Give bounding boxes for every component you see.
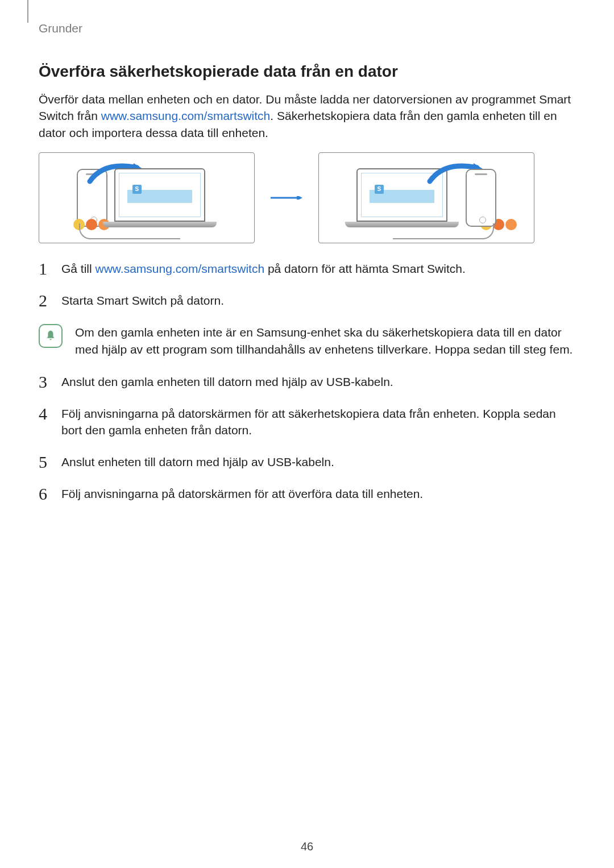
- step-number: 6: [39, 485, 50, 502]
- breadcrumb: Grunder: [39, 22, 82, 35]
- intro-paragraph: Överför data mellan enheten och en dator…: [39, 91, 575, 141]
- note-box: Om den gamla enheten inte är en Samsung-…: [39, 324, 575, 358]
- section-title: Överföra säkerhetskopierade data från en…: [39, 63, 575, 81]
- smartswitch-window-icon: S: [119, 173, 201, 217]
- step-number: 1: [39, 260, 50, 277]
- step-1-post: på datorn för att hämta Smart Switch.: [264, 262, 466, 275]
- step-3: 3 Anslut den gamla enheten till datorn m…: [39, 373, 575, 391]
- usb-cable-icon: [79, 223, 180, 239]
- diagram-panel-backup: S: [39, 152, 255, 243]
- step-text: Följ anvisningarna på datorskärmen för a…: [61, 485, 575, 502]
- note-text: Om den gamla enheten inte är en Samsung-…: [75, 324, 575, 358]
- header-rule: [27, 0, 28, 23]
- step-1: 1 Gå till www.samsung.com/smartswitch på…: [39, 260, 575, 277]
- usb-cable-icon: [393, 223, 494, 239]
- step-1-pre: Gå till: [61, 262, 96, 275]
- step-text: Följ anvisningarna på datorskärmen för a…: [61, 405, 575, 439]
- step-text: Anslut den gamla enheten till datorn med…: [61, 373, 575, 391]
- step-text: Starta Smart Switch på datorn.: [61, 292, 575, 309]
- step-6: 6 Följ anvisningarna på datorskärmen för…: [39, 485, 575, 502]
- diagram-panel-restore: S: [318, 152, 534, 243]
- page-number: 46: [0, 840, 614, 853]
- smartswitch-link[interactable]: www.samsung.com/smartswitch: [101, 109, 271, 122]
- step-text: Anslut enheten till datorn med hjälp av …: [61, 454, 575, 471]
- phone-new-icon: [466, 169, 496, 227]
- step-number: 5: [39, 454, 50, 471]
- note-bell-icon: [39, 324, 63, 348]
- step-number: 3: [39, 373, 50, 391]
- transfer-diagram: S S: [39, 152, 575, 243]
- step-number: 2: [39, 292, 50, 309]
- step-number: 4: [39, 405, 50, 439]
- smartswitch-link[interactable]: www.samsung.com/smartswitch: [96, 262, 265, 275]
- step-text: Gå till www.samsung.com/smartswitch på d…: [61, 260, 575, 277]
- arrow-right-icon: [271, 196, 302, 200]
- step-2: 2 Starta Smart Switch på datorn.: [39, 292, 575, 309]
- flower-icon: [505, 219, 517, 230]
- step-5: 5 Anslut enheten till datorn med hjälp a…: [39, 454, 575, 471]
- laptop-icon: S: [114, 168, 217, 227]
- step-4: 4 Följ anvisningarna på datorskärmen för…: [39, 405, 575, 439]
- page-content: Överföra säkerhetskopierade data från en…: [39, 63, 575, 517]
